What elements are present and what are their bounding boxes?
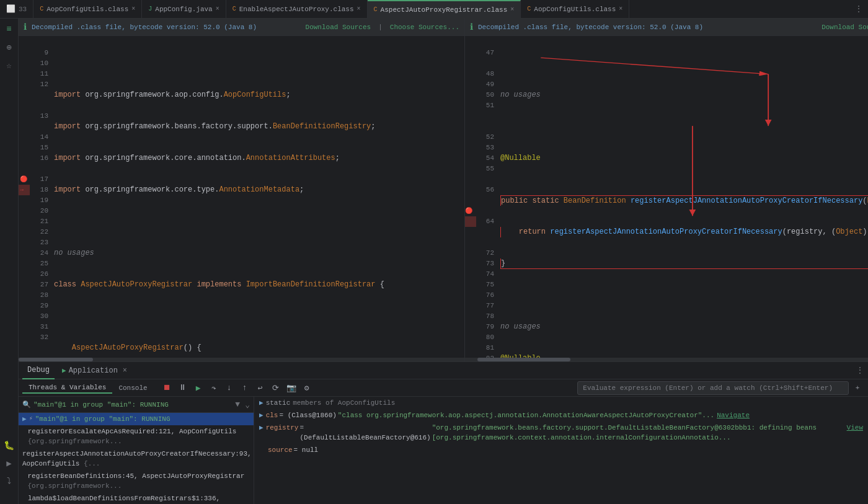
- view-link[interactable]: View: [847, 423, 863, 433]
- main-container: ≡ ⊕ ☆ 🐛 ▶ ⤵ ℹ Decompiled .class file, by…: [0, 19, 868, 504]
- right-info-icon: ℹ: [470, 22, 473, 32]
- threads-variables-tab[interactable]: Threads & Variables: [22, 382, 112, 394]
- expression-placeholder: Evaluate expression (Enter) or add a wat…: [583, 384, 833, 392]
- var-static-label: static: [266, 398, 291, 408]
- settings-btn[interactable]: ⚙: [300, 381, 314, 395]
- resume-btn[interactable]: ▶: [192, 381, 205, 395]
- right-scrollbar[interactable]: [465, 358, 868, 361]
- breakpoint-icon-73: 🔴: [465, 206, 476, 216]
- sidebar-icon-structure[interactable]: ≡: [2, 22, 17, 37]
- tab-app-config[interactable]: J AppConfig.java ×: [142, 0, 226, 19]
- left-info-text: Decompiled .class file, bytecode version…: [32, 24, 257, 31]
- sidebar-icon-step[interactable]: ⤵: [2, 474, 17, 489]
- navigate-link[interactable]: Navigate: [717, 410, 750, 420]
- choose-sources-link[interactable]: Choose Sources...: [390, 24, 459, 31]
- sidebar-icon-bookmark[interactable]: ☆: [2, 58, 17, 73]
- right-line-gutter: 47 48 49 50 51 52 53 54 55: [476, 36, 498, 358]
- close-icon[interactable]: ×: [216, 6, 219, 12]
- right-code-container: 🔴 47 48 49 50 51: [465, 36, 868, 358]
- var-cls-eq: = (Class@1860): [279, 410, 336, 420]
- right-info-bar: ℹ Decompiled .class file, bytecode versi…: [465, 19, 868, 36]
- left-info-bar: ℹ Decompiled .class file, bytecode versi…: [19, 19, 464, 36]
- frame-thread-icon: ⚡: [29, 414, 33, 424]
- step-over-btn[interactable]: ↷: [207, 381, 221, 395]
- application-tab-label: Application: [69, 366, 118, 375]
- close-icon[interactable]: ×: [131, 6, 135, 12]
- right-download-link[interactable]: Download Sources: [822, 24, 868, 31]
- debug-tab-debug[interactable]: Debug: [22, 362, 55, 379]
- close-icon[interactable]: ×: [619, 6, 622, 12]
- frame-arrow: ▶: [22, 414, 27, 424]
- evaluate-btn[interactable]: ⟳: [269, 381, 283, 395]
- close-icon[interactable]: ×: [357, 6, 361, 12]
- left-sidebar: ≡ ⊕ ☆ 🐛 ▶ ⤵: [0, 19, 19, 504]
- tab-class-icon: C: [374, 6, 378, 13]
- var-cls[interactable]: ▶ cls = (Class@1860) "class org.springfr…: [254, 409, 868, 422]
- sidebar-icon-run[interactable]: ▶: [2, 456, 17, 471]
- stack-frame-selected[interactable]: ▶ ⚡ "main"@1 in group "main": RUNNING: [19, 413, 254, 425]
- tab-aop-config-utils-2[interactable]: C AopConfigUtils.class ×: [521, 0, 629, 19]
- var-registry-name: registry: [266, 423, 299, 433]
- stop-btn[interactable]: ⏹: [161, 381, 174, 395]
- expression-input[interactable]: Evaluate expression (Enter) or add a wat…: [577, 381, 849, 395]
- stack-frame-1[interactable]: registerOrEscalateApcAsRequired:121, Aop…: [19, 425, 254, 448]
- tab-class-icon: C: [40, 6, 43, 12]
- run-to-cursor-btn[interactable]: ↩: [254, 381, 267, 395]
- var-static-members: members of AopConfigUtils: [293, 398, 395, 408]
- snapshot-btn[interactable]: 📷: [285, 381, 298, 395]
- stack-frame-4[interactable]: lambda$loadBeanDefinitionsFromRegistrars…: [19, 492, 254, 504]
- frame-4-text: lambda$loadBeanDefinitionsFromRegistrars…: [28, 493, 250, 504]
- frame-3-text: registerBeanDefinitions:45, AspectJAutoP…: [27, 471, 250, 491]
- right-code-content: no usages @Nullable public static BeanDe…: [498, 36, 868, 358]
- var-registry-val: "org.springframework.beans.factory.suppo…: [432, 423, 844, 443]
- variables-panel: ▶ static members of AopConfigUtils ▶ cls…: [254, 397, 868, 504]
- var-cls-arrow[interactable]: ▶: [259, 410, 264, 420]
- right-info-text: Decompiled .class file, bytecode version…: [478, 24, 703, 31]
- application-tab-close[interactable]: ×: [123, 366, 127, 375]
- step-out-btn[interactable]: ↑: [238, 381, 252, 395]
- left-scrollbar[interactable]: [19, 358, 464, 361]
- var-static[interactable]: ▶ static members of AopConfigUtils: [254, 397, 868, 409]
- tab-overflow-icon[interactable]: ⋮: [854, 4, 863, 14]
- info-icon: ℹ: [24, 22, 27, 32]
- var-source-name: source: [268, 445, 293, 455]
- sidebar-icon-find[interactable]: ⊕: [2, 40, 17, 55]
- filter-label: 🔍: [22, 400, 31, 409]
- tab-enable-aspect[interactable]: C EnableAspectJAutoProxy.class ×: [226, 0, 368, 19]
- right-editor-panel: ℹ Decompiled .class file, bytecode versi…: [465, 19, 868, 361]
- breakpoint-icon-18: →: [19, 185, 30, 195]
- tab-aop-config-utils-1[interactable]: C AopConfigUtils.class ×: [33, 0, 142, 19]
- pause-btn[interactable]: ⏸: [176, 381, 190, 395]
- breakpoint-icon-17: 🔴: [19, 174, 30, 185]
- debug-tab-bar: Debug ▶ Application × ⋮: [19, 362, 868, 379]
- var-registry[interactable]: ▶ registry = (DefaultListableBeanFactory…: [254, 422, 868, 444]
- tab-class-icon: C: [527, 6, 531, 12]
- var-cls-val: "class org.springframework.aop.aspectj.a…: [338, 410, 714, 420]
- right-code-area: 🔴 47 48 49 50 51: [465, 36, 868, 358]
- stack-frame-3[interactable]: registerBeanDefinitions:45, AspectJAutoP…: [19, 470, 254, 492]
- step-into-btn[interactable]: ↓: [223, 381, 236, 395]
- var-registry-arrow[interactable]: ▶: [259, 423, 264, 433]
- filter-sort-icon[interactable]: ⌄: [245, 400, 250, 410]
- thread-filter: "main"@1 in group "main": RUNNING: [33, 401, 232, 409]
- stack-frame-2[interactable]: registerAspectJAnnotationAutoProxyCreato…: [19, 448, 254, 470]
- add-watch-btn[interactable]: +: [851, 381, 864, 395]
- tab-aspect-registrar[interactable]: C AspectJAutoProxyRegistrar.class ×: [368, 0, 521, 19]
- console-tab[interactable]: Console: [112, 383, 153, 393]
- debug-content: 🔍 "main"@1 in group "main": RUNNING ▼ ⌄ …: [19, 397, 868, 504]
- filter-icon[interactable]: ▼: [235, 400, 240, 409]
- debug-more-icon[interactable]: ⋮: [856, 365, 864, 376]
- frame-1-text: registerOrEscalateApcAsRequired:121, Aop…: [28, 427, 250, 446]
- left-line-gutter: 9 10 11 12 13 14 15 16 17 18: [30, 36, 51, 358]
- close-icon[interactable]: ×: [510, 6, 514, 13]
- frame-2-text: registerAspectJAnnotationAutoProxyCreato…: [22, 449, 252, 469]
- debug-tab-application[interactable]: ▶ Application ×: [57, 362, 132, 379]
- var-source[interactable]: source = null: [254, 444, 868, 456]
- sidebar-icon-debug[interactable]: 🐛: [2, 438, 17, 453]
- var-arrow[interactable]: ▶: [259, 398, 264, 408]
- debug-tab-label: Debug: [27, 366, 50, 374]
- tab-label: AppConfig.java: [155, 6, 212, 13]
- download-sources-link[interactable]: Download Sources: [306, 24, 371, 31]
- debug-toolbar: Threads & Variables Console ⏹ ⏸ ▶ ↷ ↓ ↑ …: [19, 379, 868, 397]
- editor-area: ℹ Decompiled .class file, bytecode versi…: [19, 19, 868, 504]
